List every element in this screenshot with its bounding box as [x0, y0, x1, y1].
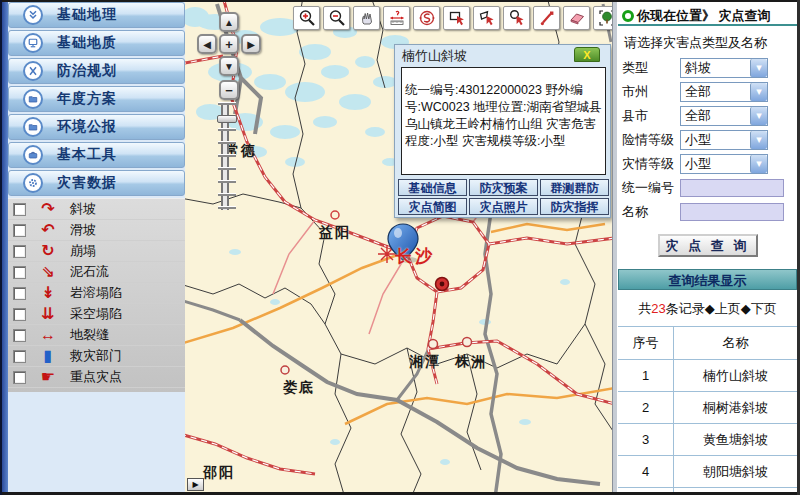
form-row-risk-level: 险情等级 小型 ▾ — [622, 128, 797, 152]
breadcrumb: 你现在位置》 灾点查询 — [618, 2, 797, 26]
pan-center-button[interactable]: + — [219, 34, 239, 54]
polygon-select-tool-button[interactable] — [473, 6, 500, 30]
table-row[interactable]: 1 楠竹山斜坡 — [618, 360, 797, 392]
risk-level-select[interactable]: 小型 ▾ — [680, 130, 768, 150]
zoom-out-tool-button[interactable] — [323, 6, 350, 30]
chevron-down-icon: ▾ — [750, 83, 767, 101]
sidebar-item-prevention-planning[interactable]: 防治规划 — [8, 58, 185, 84]
popup-button-mass-monitoring[interactable]: 群测群防 — [540, 179, 609, 196]
scale-tool-button[interactable] — [413, 6, 440, 30]
city-select[interactable]: 全部 ▾ — [680, 82, 768, 102]
layer-row-ground-fissure: ↔ 地裂缝 — [8, 325, 185, 346]
pan-up-button[interactable]: ▲ — [219, 12, 239, 32]
zoom-slider-handle[interactable] — [217, 115, 237, 123]
table-row[interactable]: 3 黄鱼塘斜坡 — [618, 424, 797, 456]
sidebar-item-label: 年度方案 — [57, 90, 117, 108]
popup-button-bar: 基础信息 防灾预案 群测群防 灾点简图 灾点照片 防灾指挥 — [398, 179, 609, 215]
results-pagination: 共23条记录◆上页◆下页 — [618, 300, 797, 318]
form-row-type: 类型 斜坡 ▾ — [622, 56, 797, 80]
map-toolbar — [293, 6, 612, 30]
chevron-down-icon: ▾ — [750, 107, 767, 125]
city-label-shaoyang: 邵阳 — [203, 464, 235, 482]
rectangle-select-tool-button[interactable] — [443, 6, 470, 30]
results-table: 序号 名称 1 楠竹山斜坡 2 桐树港斜坡 3 黄鱼塘斜坡 4 朝阳塘斜坡 5 … — [618, 326, 797, 493]
sidebar-item-label: 基础地理 — [57, 6, 117, 24]
layer-checkbox[interactable] — [13, 245, 26, 258]
debris-flow-icon: ⇘ — [34, 264, 62, 280]
layer-list: ↷ 斜坡 ↶ 滑坡 ↻ 崩塌 ⇘ 泥石流 ↡ 岩溶塌陷 — [8, 198, 185, 392]
map-viewport[interactable]: 常德 益阳 长沙 湘潭 株洲 娄底 邵阳 ▲ ◀ + ▶ ▼ − — [185, 2, 612, 493]
pan-left-button[interactable]: ◀ — [197, 34, 217, 54]
layer-row-debris-flow: ⇘ 泥石流 — [8, 262, 185, 283]
draw-point-tool-button[interactable] — [533, 6, 560, 30]
sidebar-item-environment-bulletin[interactable]: 环境公报 — [8, 114, 185, 140]
popup-button-site-photo[interactable]: 灾点照片 — [469, 198, 538, 215]
legend-tree-tool-button[interactable] — [593, 6, 612, 30]
sidebar-item-label: 基本工具 — [57, 146, 117, 164]
sidebar-nav: 基础地理 基础地质 防治规划 年度方案 环境公报 基本工具 — [8, 2, 185, 198]
layer-checkbox[interactable] — [13, 308, 26, 321]
sidebar-item-disaster-data[interactable]: 灾害数据 — [8, 170, 185, 196]
form-row-damage-level: 灾情等级 小型 ▾ — [622, 152, 797, 176]
form-row-county: 县市 全部 ▾ — [622, 104, 797, 128]
chevron-down-icon: ▾ — [750, 155, 767, 173]
layer-row-landslide: ↶ 滑坡 — [8, 220, 185, 241]
layer-row-collapse: ↻ 崩塌 — [8, 241, 185, 262]
chevron-down-icon: ▾ — [750, 59, 767, 77]
sidebar-item-base-geology[interactable]: 基础地质 — [8, 30, 185, 56]
zoom-slider[interactable] — [221, 102, 229, 210]
mining-subsidence-icon: ⇊ — [34, 306, 62, 322]
zoom-in-tool-button[interactable] — [293, 6, 320, 30]
layer-row-mining-subsidence: ⇊ 采空塌陷 — [8, 304, 185, 325]
popup-button-site-sketch[interactable]: 灾点简图 — [398, 198, 467, 215]
map-corner-arrow-button[interactable]: ▶ — [187, 478, 204, 491]
sidebar-empty-area — [8, 392, 185, 492]
prev-page-link[interactable]: ◆上页 — [705, 301, 741, 316]
form-row-code: 统一编号 — [622, 176, 797, 200]
name-input[interactable] — [680, 203, 784, 221]
search-button[interactable]: 灾 点 查 询 — [658, 234, 758, 257]
record-count: 23 — [651, 301, 665, 316]
location-dot-icon — [622, 10, 634, 22]
layer-checkbox[interactable] — [13, 329, 26, 342]
sidebar: 基础地理 基础地质 防治规划 年度方案 环境公报 基本工具 — [0, 0, 185, 495]
type-select[interactable]: 斜坡 ▾ — [680, 58, 768, 78]
collapse-icon: ↻ — [34, 243, 62, 259]
pan-right-button[interactable]: ▶ — [241, 34, 261, 54]
layer-checkbox[interactable] — [13, 350, 26, 363]
popup-button-command[interactable]: 防灾指挥 — [540, 198, 609, 215]
table-row[interactable]: 2 桐树港斜坡 — [618, 392, 797, 424]
measure-distance-tool-button[interactable] — [383, 6, 410, 30]
layer-checkbox[interactable] — [13, 287, 26, 300]
next-page-link[interactable]: ◆下页 — [741, 301, 777, 316]
city-label-yiyang: 益阳 — [319, 224, 351, 242]
popup-titlebar[interactable]: 楠竹山斜坡 X — [395, 45, 610, 66]
form-row-city: 市州 全部 ▾ — [622, 80, 797, 104]
damage-level-select[interactable]: 小型 ▾ — [680, 154, 768, 174]
results-header: 查询结果显示 — [618, 269, 797, 290]
layer-checkbox[interactable] — [13, 371, 26, 384]
sidebar-item-basic-tools[interactable]: 基本工具 — [8, 142, 185, 168]
layer-row-karst-subsidence: ↡ 岩溶塌陷 — [8, 283, 185, 304]
popup-button-basic-info[interactable]: 基础信息 — [398, 179, 467, 196]
city-label-changsha: 长沙 — [395, 245, 435, 268]
sidebar-item-base-geography[interactable]: 基础地理 — [8, 2, 185, 28]
eraser-tool-button[interactable] — [563, 6, 590, 30]
layer-checkbox[interactable] — [13, 266, 26, 279]
pan-hand-tool-button[interactable] — [353, 6, 380, 30]
layer-checkbox[interactable] — [13, 224, 26, 237]
popup-button-prevention-plan[interactable]: 防灾预案 — [469, 179, 538, 196]
county-select[interactable]: 全部 ▾ — [680, 106, 768, 126]
layer-checkbox[interactable] — [13, 203, 26, 216]
panel-divider[interactable] — [612, 0, 618, 495]
table-row[interactable]: 4 朝阳塘斜坡 — [618, 456, 797, 488]
ground-fissure-icon: ↔ — [34, 327, 62, 343]
sidebar-item-annual-plan[interactable]: 年度方案 — [8, 86, 185, 112]
zoom-out-step-button[interactable]: − — [219, 80, 239, 100]
circle-select-tool-button[interactable] — [503, 6, 530, 30]
close-icon[interactable]: X — [574, 47, 600, 62]
key-disaster-point-icon: ☛ — [34, 369, 62, 385]
pan-down-button[interactable]: ▼ — [219, 56, 239, 76]
code-input[interactable] — [680, 179, 784, 197]
popup-title-text: 楠竹山斜坡 — [402, 48, 467, 63]
